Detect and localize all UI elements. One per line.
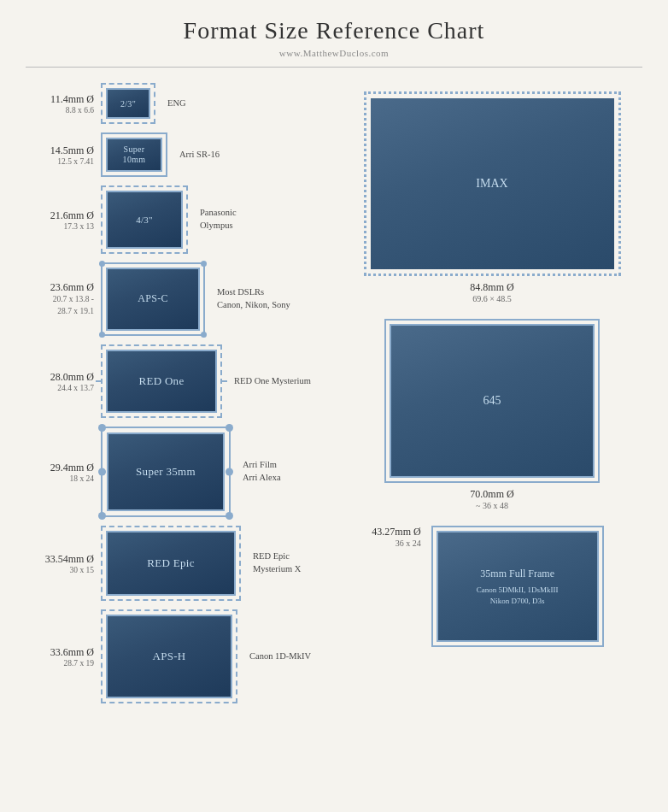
super10-main-size: 14.5mm Ø [26,144,94,157]
sensor-row-eng: 11.4mm Ø 8.8 x 6.6 2/3" ENG [26,83,333,124]
645-box: 645 [390,324,595,478]
super10-description: Arri SR-16 [179,149,220,162]
645-wrap: 645 70.0mm Ø ~ 36 x 48 [342,319,642,510]
4thirds-main-size: 21.6mm Ø [26,209,94,222]
sensor-row-apsc: 23.6mm Ø 20.7 x 13.8 -28.7 x 19.1 APS-C … [26,262,333,336]
645-size-label: 70.0mm Ø ~ 36 x 48 [470,488,513,510]
imax-label: IMAX [476,177,507,191]
4thirds-box: 4/3" [106,191,183,249]
645-sub-size: ~ 36 x 48 [470,501,513,510]
left-column: 11.4mm Ø 8.8 x 6.6 2/3" ENG 14.5mm Ø 12.… [26,83,333,703]
super35-sub-size: 18 x 24 [26,474,94,483]
sensor-label-apsh: 33.6mm Ø 28.7 x 19 [26,646,94,668]
super10-box: Super10mm [106,138,162,172]
redone-frame: RED One [101,344,222,418]
redepic-box-wrap: RED Epic [101,526,241,601]
apsh-box: APS-H [106,615,232,698]
35ff-main-size: 43.27mm Ø [372,526,420,538]
apsc-frame: APS-C [101,262,205,336]
sensor-row-redepic: 33.54mm Ø 30 x 15 RED Epic RED EpicMyste… [26,526,333,601]
apsc-sub-size: 20.7 x 13.8 -28.7 x 19.1 [26,294,94,317]
35ff-sub-size: 36 x 24 [372,538,420,548]
35ff-wrap: 43.27mm Ø 36 x 24 35mm Full Frame Canon … [342,526,642,647]
redepic-description: RED EpicMysterium X [253,550,301,575]
imax-main-size: 84.8mm Ø [470,281,513,294]
imax-size-label: 84.8mm Ø 69.6 × 48.5 [470,281,513,303]
eng-main-size: 11.4mm Ø [26,93,94,106]
35ff-label: 35mm Full Frame [480,566,554,581]
redepic-sub-size: 30 x 15 [26,566,94,574]
page-subtitle: www.MatthewDuclos.com [26,48,642,58]
imax-wrap: IMAX 84.8mm Ø 69.6 × 48.5 [342,91,642,303]
super10-box-wrap: Super10mm [101,132,167,177]
super35-box: Super 35mm [107,432,225,511]
sensor-row-4thirds: 21.6mm Ø 17.3 x 13 4/3" PanasonicOlympus [26,185,333,254]
eng-box: 2/3" [106,88,150,119]
redepic-box: RED Epic [106,531,236,596]
imax-sub-size: 69.6 × 48.5 [470,294,513,303]
apsh-frame: APS-H [101,609,237,703]
4thirds-frame: 4/3" [101,185,188,254]
imax-box: IMAX [371,98,614,269]
redepic-frame: RED Epic [101,526,241,601]
page: Format Size Reference Chart www.MatthewD… [0,0,668,812]
apsh-box-wrap: APS-H [101,609,237,703]
super35-description: Arri FilmArri Alexa [243,459,281,484]
apsh-sub-size: 28.7 x 19 [26,659,94,668]
35ff-left-label: 43.27mm Ø 36 x 24 [372,526,420,548]
apsc-box: APS-C [106,268,200,331]
divider [26,67,642,68]
eng-frame: 2/3" [101,83,155,124]
sensor-row-super35: 29.4mm Ø 18 x 24 Super 35mm [26,427,333,517]
sensor-label-4thirds: 21.6mm Ø 17.3 x 13 [26,209,94,231]
sensor-row-redone: 28.0mm Ø 24.4 x 13.7 RED One RED One Mys… [26,344,333,418]
chart-area: 11.4mm Ø 8.8 x 6.6 2/3" ENG 14.5mm Ø 12.… [26,83,642,703]
super10-sub-size: 12.5 x 7.41 [26,157,94,166]
4thirds-description: PanasonicOlympus [200,207,237,232]
super10-frame: Super10mm [101,132,167,177]
redepic-main-size: 33.54mm Ø [26,553,94,566]
apsh-description: Canon 1D-MkIV [249,650,311,663]
4thirds-box-wrap: 4/3" [101,185,188,254]
35ff-box: 35mm Full Frame Canon 5DMkII, 1DsMkIIINi… [437,531,599,642]
super35-box-wrap: Super 35mm [101,427,231,517]
redone-sub-size: 24.4 x 13.7 [26,384,94,392]
sensor-label-redone: 28.0mm Ø 24.4 x 13.7 [26,371,94,392]
apsh-main-size: 33.6mm Ø [26,646,94,659]
apsc-description: Most DSLRsCanon, Nikon, Sony [217,286,290,311]
sensor-label-apsc: 23.6mm Ø 20.7 x 13.8 -28.7 x 19.1 [26,281,94,317]
35ff-sublabel: Canon 5DMkII, 1DsMkIIINikon D700, D3s [477,585,559,606]
apsc-main-size: 23.6mm Ø [26,281,94,294]
redone-box: RED One [106,350,217,413]
645-main-size: 70.0mm Ø [470,488,513,501]
4thirds-sub-size: 17.3 x 13 [26,222,94,231]
sensor-row-apsh: 33.6mm Ø 28.7 x 19 APS-H Canon 1D-MkIV [26,609,333,703]
645-label: 645 [483,394,501,408]
apsc-box-wrap: APS-C [101,262,205,336]
right-column: IMAX 84.8mm Ø 69.6 × 48.5 645 70.0mm Ø [333,83,642,703]
645-frame: 645 [384,319,600,483]
sensor-label-super35: 29.4mm Ø 18 x 24 [26,462,94,483]
sensor-label-redepic: 33.54mm Ø 30 x 15 [26,553,94,574]
super35-frame: Super 35mm [101,427,231,517]
imax-frame: IMAX [364,91,621,276]
redone-description: RED One Mysterium [234,375,311,388]
35ff-frame: 35mm Full Frame Canon 5DMkII, 1DsMkIIINi… [431,526,604,647]
eng-description: ENG [167,97,186,110]
super35-main-size: 29.4mm Ø [26,462,94,474]
eng-box-wrap: 2/3" [101,83,155,124]
sensor-label-super10: 14.5mm Ø 12.5 x 7.41 [26,144,94,166]
redone-main-size: 28.0mm Ø [26,371,94,384]
eng-sub-size: 8.8 x 6.6 [26,106,94,115]
35ff-row: 43.27mm Ø 36 x 24 35mm Full Frame Canon … [372,526,603,647]
sensor-label-eng: 11.4mm Ø 8.8 x 6.6 [26,93,94,115]
sensor-row-super10: 14.5mm Ø 12.5 x 7.41 Super10mm Arri SR-1… [26,132,333,177]
redone-box-wrap: RED One [101,344,222,418]
page-title: Format Size Reference Chart [26,17,642,44]
